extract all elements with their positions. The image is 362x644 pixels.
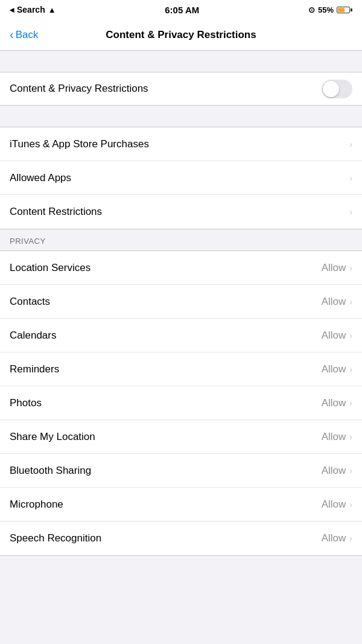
spacer-1 <box>0 106 362 127</box>
reminders-value: Allow <box>322 363 346 375</box>
content-privacy-toggle-row: Content & Privacy Restrictions <box>0 72 362 106</box>
share-my-location-label: Share My Location <box>10 431 95 443</box>
contacts-row-right: Allow › <box>322 296 352 308</box>
bluetooth-sharing-label: Bluetooth Sharing <box>10 465 91 477</box>
battery-icon <box>337 7 352 13</box>
speech-recognition-label: Speech Recognition <box>10 532 101 544</box>
share-my-location-chevron-icon: › <box>349 432 352 442</box>
microphone-row-right: Allow › <box>322 499 352 511</box>
contacts-chevron-icon: › <box>349 297 352 307</box>
calendars-row[interactable]: Calendars Allow › <box>0 319 362 352</box>
reminders-chevron-icon: › <box>349 365 352 374</box>
allowed-apps-row[interactable]: Allowed Apps › <box>0 161 362 195</box>
photos-value: Allow <box>322 397 346 409</box>
content-restrictions-chevron-icon: › <box>349 207 352 217</box>
nav-bar: ‹ Back Content & Privacy Restrictions <box>0 19 362 51</box>
reminders-row[interactable]: Reminders Allow › <box>0 352 362 386</box>
microphone-row[interactable]: Microphone Allow › <box>0 488 362 521</box>
contacts-row[interactable]: Contacts Allow › <box>0 285 362 319</box>
page-title: Content & Privacy Restrictions <box>52 29 310 41</box>
calendars-value: Allow <box>322 330 346 342</box>
microphone-value: Allow <box>322 499 346 511</box>
microphone-label: Microphone <box>10 499 63 511</box>
share-my-location-row-right: Allow › <box>322 431 352 443</box>
calendars-row-right: Allow › <box>322 330 352 342</box>
status-left: ◂ Search ▲ <box>10 5 56 14</box>
bluetooth-sharing-value: Allow <box>322 465 346 477</box>
content-restrictions-label: Content Restrictions <box>10 206 102 218</box>
calendars-chevron-icon: › <box>349 331 352 340</box>
location-services-chevron-icon: › <box>349 263 352 273</box>
allowed-section: iTunes & App Store Purchases › Allowed A… <box>0 127 362 229</box>
share-my-location-value: Allow <box>322 431 346 443</box>
privacy-section-header: PRIVACY <box>0 229 362 250</box>
top-spacer <box>0 51 362 72</box>
bluetooth-sharing-chevron-icon: › <box>349 466 352 476</box>
reminders-label: Reminders <box>10 363 59 375</box>
contacts-label: Contacts <box>10 296 50 308</box>
location-services-label: Location Services <box>10 262 91 274</box>
status-right: ⊙ 55% <box>308 5 352 14</box>
privacy-section: Location Services Allow › Contacts Allow… <box>0 250 362 556</box>
allowed-apps-chevron-icon: › <box>349 173 352 183</box>
bluetooth-sharing-row[interactable]: Bluetooth Sharing Allow › <box>0 454 362 488</box>
reminders-row-right: Allow › <box>322 363 352 375</box>
calendars-label: Calendars <box>10 330 57 342</box>
speech-recognition-chevron-icon: › <box>349 534 352 543</box>
carrier-label: Search <box>17 5 45 14</box>
content-restrictions-row-right: › <box>348 207 352 217</box>
photos-chevron-icon: › <box>349 398 352 408</box>
microphone-chevron-icon: › <box>349 500 352 509</box>
photos-row[interactable]: Photos Allow › <box>0 386 362 420</box>
back-chevron-icon: ‹ <box>10 28 14 40</box>
wifi-icon: ▲ <box>48 5 56 14</box>
content-privacy-label: Content & Privacy Restrictions <box>10 83 148 95</box>
back-label: Back <box>16 29 39 41</box>
back-button[interactable]: ‹ Back <box>10 29 52 41</box>
battery-percent-label: 55% <box>318 5 334 14</box>
back-arrow-icon: ◂ <box>10 5 14 14</box>
itunes-row[interactable]: iTunes & App Store Purchases › <box>0 127 362 161</box>
photos-row-right: Allow › <box>322 397 352 409</box>
speech-recognition-row-right: Allow › <box>322 532 352 544</box>
contacts-value: Allow <box>322 296 346 308</box>
itunes-label: iTunes & App Store Purchases <box>10 138 149 150</box>
share-my-location-row[interactable]: Share My Location Allow › <box>0 420 362 454</box>
speech-recognition-row[interactable]: Speech Recognition Allow › <box>0 521 362 555</box>
toggle-knob <box>323 81 339 97</box>
location-services-value: Allow <box>322 262 346 274</box>
itunes-row-right: › <box>348 139 352 149</box>
time-label: 6:05 AM <box>165 5 199 15</box>
content-privacy-toggle[interactable] <box>322 80 352 98</box>
content-restrictions-row[interactable]: Content Restrictions › <box>0 195 362 229</box>
allowed-apps-label: Allowed Apps <box>10 172 71 184</box>
photos-label: Photos <box>10 397 42 409</box>
allowed-apps-row-right: › <box>348 173 352 183</box>
location-services-row[interactable]: Location Services Allow › <box>0 251 362 285</box>
speech-recognition-value: Allow <box>322 532 346 544</box>
rotation-lock-icon: ⊙ <box>308 5 315 14</box>
itunes-chevron-icon: › <box>349 139 352 149</box>
status-bar: ◂ Search ▲ 6:05 AM ⊙ 55% <box>0 0 362 19</box>
bluetooth-sharing-row-right: Allow › <box>322 465 352 477</box>
privacy-header-label: PRIVACY <box>10 237 46 246</box>
location-services-row-right: Allow › <box>322 262 352 274</box>
